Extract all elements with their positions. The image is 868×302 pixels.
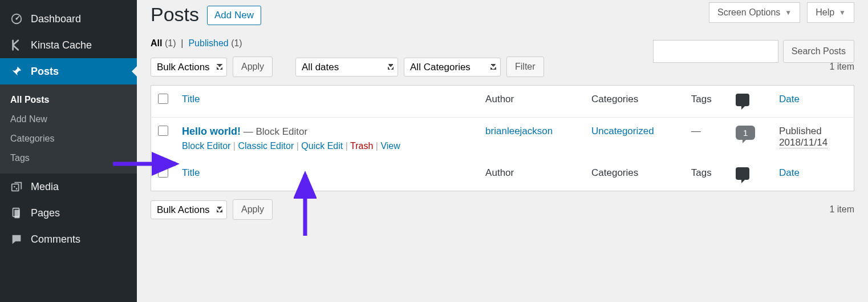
sidebar-item-label: Pages [31, 207, 60, 219]
bulk-actions-select-bottom[interactable]: Bulk Actions [151, 200, 227, 219]
filter-all-label[interactable]: All [151, 38, 162, 48]
svg-rect-6 [14, 210, 19, 219]
sidebar-item-label: Comments [31, 233, 80, 245]
chevron-down-icon: ▼ [785, 9, 792, 17]
tablenav-bottom: Bulk Actions Apply 1 item [151, 199, 854, 220]
main-content: Screen Options ▼ Help ▼ Posts Add New Al… [137, 0, 868, 302]
screen-options-button[interactable]: Screen Options ▼ [709, 2, 800, 23]
column-comments-footer[interactable] [729, 159, 772, 191]
search-posts: Search Posts [653, 40, 854, 63]
sidebar-item-label: Dashboard [31, 13, 81, 25]
admin-sidebar: Dashboard Kinsta Cache Posts All Posts A… [0, 0, 137, 302]
help-button[interactable]: Help ▼ [807, 2, 854, 23]
column-date[interactable]: Date [772, 86, 854, 118]
filter-all-count: (1) [165, 38, 176, 48]
column-tags: Tags [684, 86, 729, 118]
sidebar-item-posts[interactable]: Posts [0, 58, 137, 84]
column-date-footer[interactable]: Date [772, 159, 854, 191]
action-quick-edit[interactable]: Quick Edit [301, 141, 343, 151]
search-input[interactable] [653, 40, 778, 63]
sidebar-sub-categories[interactable]: Categories [0, 129, 137, 148]
post-editor-suffix: — Block Editor [241, 126, 307, 137]
filter-published-link[interactable]: Published [188, 38, 228, 48]
top-tabs: Screen Options ▼ Help ▼ [709, 2, 854, 23]
kinsta-icon [10, 39, 23, 51]
column-title[interactable]: Title [175, 86, 478, 118]
help-label: Help [816, 7, 834, 18]
sidebar-item-label: All Posts [10, 95, 49, 105]
search-button[interactable]: Search Posts [783, 40, 854, 63]
action-trash[interactable]: Trash [350, 141, 373, 151]
category-filter-select[interactable]: All Categories [404, 58, 501, 76]
post-title-link[interactable]: Hello world! [182, 126, 241, 137]
sidebar-sub-tags[interactable]: Tags [0, 148, 137, 168]
svg-point-4 [16, 188, 18, 190]
action-classic-editor[interactable]: Classic Editor [238, 141, 294, 151]
sidebar-item-label: Posts [31, 66, 59, 78]
sidebar-sub-all-posts[interactable]: All Posts [0, 90, 137, 110]
table-row: Hello world! — Block Editor Block Editor… [151, 118, 854, 160]
page-title: Posts [151, 3, 199, 26]
pin-icon [10, 65, 23, 78]
filter-button[interactable]: Filter [506, 57, 544, 77]
sidebar-item-media[interactable]: Media [0, 174, 137, 200]
svg-point-1 [15, 18, 17, 19]
bulk-apply-button-bottom[interactable]: Apply [233, 199, 273, 220]
item-count-top: 1 item [829, 62, 854, 72]
row-title: Hello world! — Block Editor [182, 126, 472, 138]
row-category-link[interactable]: Uncategorized [591, 126, 654, 136]
row-actions: Block Editor | Classic Editor | Quick Ed… [182, 141, 472, 151]
column-author-footer: Author [478, 159, 585, 191]
column-title-footer[interactable]: Title [175, 159, 478, 191]
pages-icon [10, 207, 23, 219]
action-view[interactable]: View [380, 141, 400, 151]
chevron-down-icon: ▼ [839, 9, 846, 17]
comments-icon [736, 167, 749, 180]
column-tags-footer: Tags [684, 159, 729, 191]
item-count-bottom: 1 item [829, 204, 854, 215]
sidebar-item-pages[interactable]: Pages [0, 200, 137, 226]
action-block-editor[interactable]: Block Editor [182, 141, 230, 151]
comments-icon [736, 94, 749, 106]
sidebar-posts-submenu: All Posts Add New Categories Tags [0, 84, 137, 174]
select-all-checkbox-footer[interactable] [158, 167, 168, 178]
svg-point-3 [14, 186, 15, 188]
media-icon [10, 180, 23, 193]
sidebar-item-label: Tags [10, 153, 30, 163]
select-all-checkbox[interactable] [158, 94, 168, 104]
row-comment-count[interactable]: 1 [736, 126, 755, 140]
add-new-button[interactable]: Add New [207, 6, 261, 25]
posts-table: Title Author Categories Tags Date Hello … [151, 85, 854, 191]
bulk-apply-button[interactable]: Apply [233, 57, 273, 77]
sidebar-item-dashboard[interactable]: Dashboard [0, 6, 137, 32]
screen-options-label: Screen Options [717, 7, 780, 18]
comments-icon [10, 233, 23, 245]
row-author-link[interactable]: brianleejackson [485, 126, 553, 136]
row-select-checkbox[interactable] [158, 126, 168, 136]
sidebar-item-comments[interactable]: Comments [0, 226, 137, 252]
sidebar-sub-add-new[interactable]: Add New [0, 110, 137, 129]
row-tags: — [691, 126, 701, 136]
bulk-actions-select[interactable]: Bulk Actions [151, 58, 227, 76]
date-filter-select[interactable]: All dates [295, 58, 398, 76]
sidebar-item-label: Categories [10, 134, 54, 144]
row-date-status: Published [779, 126, 847, 137]
row-date-value: 2018/11/14 [779, 137, 828, 148]
svg-rect-2 [12, 184, 19, 191]
filter-published-count: (1) [231, 38, 242, 48]
sidebar-item-label: Media [31, 181, 59, 193]
table-header-row: Title Author Categories Tags Date [151, 86, 854, 118]
column-author: Author [478, 86, 585, 118]
sidebar-item-label: Add New [10, 114, 47, 124]
dashboard-icon [10, 13, 23, 25]
column-categories-footer: Categories [585, 159, 684, 191]
table-footer-row: Title Author Categories Tags Date [151, 159, 854, 191]
column-comments[interactable] [729, 86, 772, 118]
sidebar-item-label: Kinsta Cache [31, 39, 92, 51]
sidebar-item-kinsta-cache[interactable]: Kinsta Cache [0, 32, 137, 58]
column-categories: Categories [585, 86, 684, 118]
